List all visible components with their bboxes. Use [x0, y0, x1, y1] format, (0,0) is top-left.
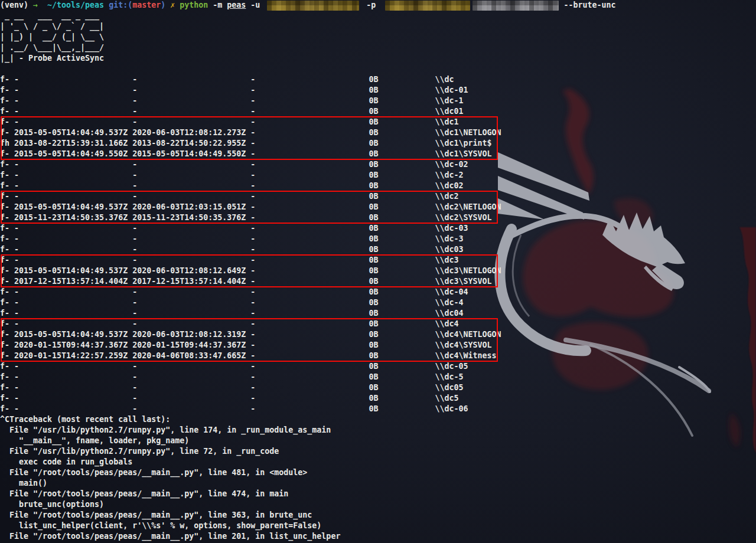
terminal-window[interactable]: { "terminal": { "prompt": { "venv": "(ve…	[0, 0, 756, 543]
git-dirty-icon: ✗	[170, 0, 175, 11]
user-flag: -u	[250, 0, 260, 11]
venv-indicator: (venv)	[0, 0, 28, 11]
git-prefix: git:(	[109, 0, 132, 11]
unc-listing: f- - - - 0B \\dc f- - - - 0B \\dc-01 f-	[0, 74, 501, 414]
module-flag: -m	[213, 0, 222, 11]
redacted-password-blob-1	[385, 1, 470, 11]
password-flag: -p	[366, 0, 376, 11]
dragon-body	[498, 152, 710, 436]
command-line: (venv) → ~/tools/peas git:( master ) ✗ p…	[0, 0, 615, 11]
brute-unc-flag: --brute-unc	[563, 0, 615, 11]
traceback: ^CTraceback (most recent call last): Fil…	[0, 414, 340, 542]
git-branch: master	[132, 0, 161, 11]
current-directory: ~/tools/peas	[47, 0, 104, 11]
module-name: peas	[227, 0, 246, 11]
command-program: python	[180, 0, 208, 11]
redacted-password-blob-2	[472, 1, 559, 11]
red-smoke	[523, 89, 756, 453]
redacted-username-blob	[267, 1, 359, 11]
ascii-banner: _ __ ___ __ _ ___ | '_ \ / _ \/ _` / __|…	[0, 11, 104, 64]
prompt-arrow-icon: →	[33, 0, 38, 11]
git-suffix: )	[161, 0, 165, 11]
